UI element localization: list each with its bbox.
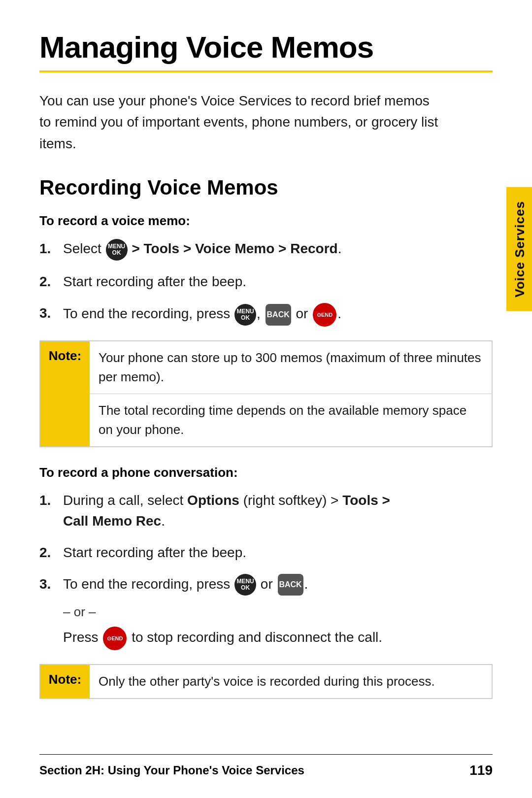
footer: Section 2H: Using Your Phone's Voice Ser… <box>39 754 493 778</box>
end-icon: ⊙END <box>313 303 336 327</box>
sidebar-tab: Voice Services <box>506 187 532 311</box>
note-content-2: Only the other party's voice is recorded… <box>90 665 444 698</box>
step-number: 1. <box>39 490 63 511</box>
page-container: Managing Voice Memos You can use your ph… <box>0 0 532 756</box>
step-number: 2. <box>39 542 63 563</box>
step-2-3: 3. To end the recording, press MENUOK or… <box>39 574 493 651</box>
note-label-1: Note: <box>40 341 90 446</box>
intro-text: You can use your phone's Voice Services … <box>39 90 443 154</box>
note-row-1: Your phone can store up to 300 memos (ma… <box>90 341 492 394</box>
note-box-2: Note: Only the other party's voice is re… <box>39 664 493 699</box>
page-title: Managing Voice Memos <box>39 30 493 65</box>
end-icon: ⊙END <box>103 627 127 650</box>
step-2-2: 2. Start recording after the beep. <box>39 542 493 563</box>
step-content: During a call, select Options (right sof… <box>63 490 493 532</box>
step-content: Select MENUOK > Tools > Voice Memo > Rec… <box>63 238 493 261</box>
menu-ok-icon: MENUOK <box>106 239 128 261</box>
back-icon: BACK <box>266 304 291 326</box>
step-content: Start recording after the beep. <box>63 271 493 292</box>
step-number: 1. <box>39 238 63 259</box>
note-content-1: Your phone can store up to 300 memos (ma… <box>90 341 492 446</box>
note-box-1: Note: Your phone can store up to 300 mem… <box>39 340 493 447</box>
footer-page-number: 119 <box>469 763 493 778</box>
step-content: To end the recording, press MENUOK or BA… <box>63 574 493 651</box>
menu-ok-icon: MENUOK <box>234 574 256 596</box>
footer-section-text: Section 2H: Using Your Phone's Voice Ser… <box>39 764 304 777</box>
back-icon: BACK <box>278 574 303 596</box>
step-number: 3. <box>39 303 63 324</box>
step-2-1: 1. During a call, select Options (right … <box>39 490 493 532</box>
step-content: Start recording after the beep. <box>63 542 493 563</box>
step-1-2: 2. Start recording after the beep. <box>39 271 493 292</box>
note-row-2: The total recording time depends on the … <box>90 394 492 446</box>
step-number: 3. <box>39 574 63 595</box>
menu-ok-icon: MENUOK <box>234 304 256 326</box>
subsection2-label: To record a phone conversation: <box>39 465 493 480</box>
steps-list-2: 1. During a call, select Options (right … <box>39 490 493 651</box>
steps-list-1: 1. Select MENUOK > Tools > Voice Memo > … <box>39 238 493 327</box>
or-line: – or – <box>63 602 493 622</box>
subsection1-label: To record a voice memo: <box>39 213 493 229</box>
step-number: 2. <box>39 271 63 292</box>
step-1-3: 3. To end the recording, press MENUOK , … <box>39 303 493 327</box>
step-content: To end the recording, press MENUOK , BAC… <box>63 303 493 327</box>
note-label-2: Note: <box>40 665 90 698</box>
step-1-1: 1. Select MENUOK > Tools > Voice Memo > … <box>39 238 493 261</box>
title-underline <box>39 70 493 72</box>
section-title: Recording Voice Memos <box>39 176 493 200</box>
